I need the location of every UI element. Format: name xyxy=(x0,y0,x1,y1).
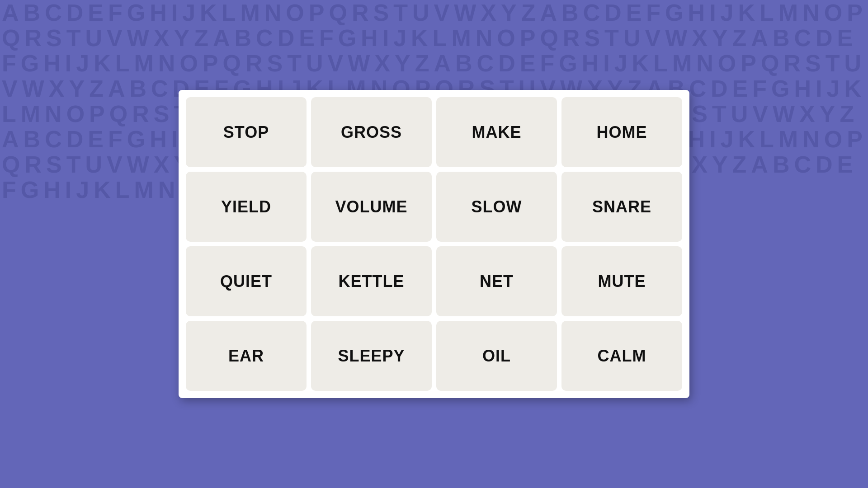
bg-letter: X xyxy=(47,76,67,101)
bg-letter: S xyxy=(44,25,65,51)
bg-letter: Z xyxy=(192,25,211,51)
bg-letter: Z xyxy=(519,0,538,25)
bg-letter: C xyxy=(254,25,276,51)
bg-letter: Y xyxy=(710,152,731,177)
bg-letter: U xyxy=(83,152,105,177)
word-card[interactable]: GROSS xyxy=(311,97,432,167)
bg-letter: O xyxy=(716,51,739,76)
bg-letter: H xyxy=(686,0,708,25)
word-label: OIL xyxy=(482,347,511,366)
bg-letter: A xyxy=(749,152,771,177)
bg-letter: A xyxy=(432,51,453,76)
bg-letter: T xyxy=(65,152,84,177)
bg-letter: C xyxy=(687,76,709,101)
bg-letter: R xyxy=(561,25,583,51)
word-card[interactable]: EAR xyxy=(186,321,307,391)
bg-letter: P xyxy=(87,101,108,127)
bg-letter: E xyxy=(297,25,317,51)
bg-letter: O xyxy=(822,127,845,152)
bg-letter: D xyxy=(65,0,86,25)
bg-letter: H xyxy=(148,127,170,152)
bg-letter: E xyxy=(731,76,751,101)
bg-letter: U xyxy=(622,25,643,51)
word-card[interactable]: MUTE xyxy=(561,246,682,316)
bg-letter: I xyxy=(63,51,74,76)
bg-letter: P xyxy=(739,51,759,76)
bg-letter: T xyxy=(710,101,729,127)
bg-letter: N xyxy=(263,0,284,25)
bg-letter: Y xyxy=(172,25,193,51)
bg-letter: I xyxy=(708,127,718,152)
bg-letter: N xyxy=(474,25,495,51)
word-label: NET xyxy=(480,272,514,291)
bg-letter: M xyxy=(449,25,473,51)
bg-letter: D xyxy=(709,76,731,101)
word-card[interactable]: MAKE xyxy=(436,97,557,167)
word-card[interactable]: YIELD xyxy=(186,172,307,242)
word-card[interactable]: QUIET xyxy=(186,246,307,316)
bg-letter: R xyxy=(130,101,152,127)
bg-letter: U xyxy=(729,101,751,127)
bg-letter: X xyxy=(797,101,818,127)
bg-letter: Z xyxy=(87,76,106,101)
bg-letter: G xyxy=(336,25,359,51)
bg-letter: V xyxy=(750,101,771,127)
word-card[interactable]: SLOW xyxy=(436,172,557,242)
bg-letter: E xyxy=(624,0,645,25)
bg-letter: I xyxy=(63,177,74,202)
bg-letter: C xyxy=(792,152,814,177)
bg-letter: E xyxy=(86,0,106,25)
word-card[interactable]: CALM xyxy=(561,321,682,391)
bg-letter: N xyxy=(156,177,178,202)
bg-letter: I xyxy=(170,0,180,25)
word-card[interactable]: KETTLE xyxy=(311,246,432,316)
bg-letter: C xyxy=(149,76,171,101)
bg-letter: F xyxy=(106,0,125,25)
bg-letter: T xyxy=(824,51,843,76)
bg-letter: L xyxy=(220,0,239,25)
bg-letter: O xyxy=(178,51,200,76)
word-label: KETTLE xyxy=(339,272,405,291)
bg-letter: S xyxy=(690,101,710,127)
bg-letter: P xyxy=(518,25,538,51)
bg-letter: A xyxy=(211,25,233,51)
bg-letter: C xyxy=(581,0,603,25)
bg-letter: R xyxy=(350,0,372,25)
bg-letter: M xyxy=(777,127,801,152)
bg-letter: B xyxy=(771,25,793,51)
bg-letter: E xyxy=(835,25,856,51)
bg-letter: F xyxy=(538,51,557,76)
word-card[interactable]: SLEEPY xyxy=(311,321,432,391)
bg-letter: M xyxy=(238,0,262,25)
word-card[interactable]: HOME xyxy=(561,97,682,167)
bg-letter: L xyxy=(113,177,132,202)
bg-letter: K xyxy=(630,51,652,76)
word-card[interactable]: VOLUME xyxy=(311,172,432,242)
word-card[interactable]: STOP xyxy=(186,97,307,167)
bg-letter: O xyxy=(284,0,307,25)
bg-letter: V xyxy=(0,76,20,101)
bg-letter: H xyxy=(580,51,602,76)
bg-letter: N xyxy=(43,101,65,127)
bg-letter: M xyxy=(132,51,156,76)
bg-letter: G xyxy=(19,51,42,76)
bg-letter: K xyxy=(92,51,113,76)
bg-letter: B xyxy=(22,127,43,152)
bg-letter: M xyxy=(777,0,801,25)
bg-letter: J xyxy=(392,25,409,51)
bg-letter: J xyxy=(74,51,92,76)
bg-letter: M xyxy=(132,177,156,202)
bg-letter: M xyxy=(19,101,43,127)
word-label: SLEEPY xyxy=(338,347,405,366)
word-card[interactable]: SNARE xyxy=(561,172,682,242)
bg-letter: D xyxy=(496,51,518,76)
bg-letter: X xyxy=(690,25,710,51)
bg-letter: F xyxy=(0,51,19,76)
bg-letter: T xyxy=(392,0,410,25)
word-card[interactable]: NET xyxy=(436,246,557,316)
bg-letter: A xyxy=(0,0,22,25)
word-card[interactable]: OIL xyxy=(436,321,557,391)
word-grid-panel: STOPGROSSMAKEHOMEYIELDVOLUMESLOWSNAREQUI… xyxy=(179,90,689,398)
bg-letter: F xyxy=(0,177,19,202)
word-label: VOLUME xyxy=(335,197,407,216)
